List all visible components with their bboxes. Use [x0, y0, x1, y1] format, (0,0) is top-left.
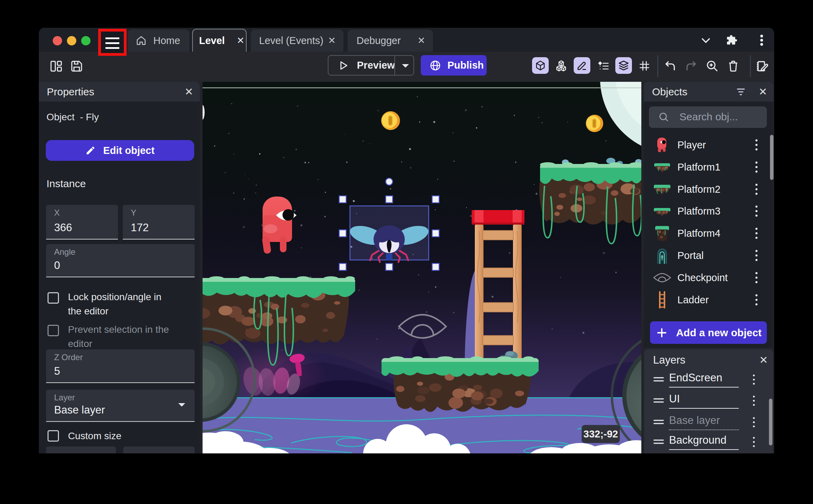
svg-text:332;-92: 332;-92: [583, 428, 618, 440]
